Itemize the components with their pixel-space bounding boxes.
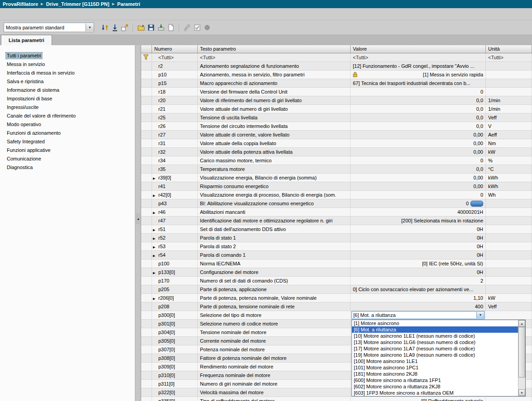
dropdown-option[interactable]: [17] Motore asincrono 1LA7 (nessun numer… [352,345,518,352]
expand-arrow-icon[interactable]: ▶ [153,295,158,302]
dropdown-option[interactable]: [19] Motore asincrono 1LA9 (nessun numer… [352,352,518,358]
motor-type-combobox[interactable]: [6] Mot. a riluttanza▼ [352,311,484,319]
filter-valore-cell[interactable]: <Tutti> [351,53,486,62]
compare-values-icon[interactable] [100,23,110,33]
tab-lista-parametri[interactable]: Lista parametri [1,35,52,45]
param-value-cell[interactable]: 0,0 [351,96,486,105]
table-row[interactable]: r27Valore attuale di corrente, valore li… [141,131,532,139]
scroll-thumb[interactable] [518,327,525,377]
breadcrumb-item[interactable]: Parametri [117,1,140,7]
dropdown-option[interactable]: [181] Motore asincrono 2KJ8 [352,371,518,377]
param-value-cell[interactable]: 0,0 [351,122,486,131]
sidebar-item[interactable]: Modo operativo [0,120,135,129]
dropdown-option[interactable]: [1] Motore asincrono [352,320,518,326]
table-row[interactable]: r2Azionamento segnalazione di funzioname… [141,62,532,71]
param-value-cell[interactable]: 0 [351,156,486,165]
scroll-down-button[interactable]: ▼ [518,389,525,396]
param-value-cell[interactable]: [1] Messa in servizio rapida [351,71,486,79]
filter-numero-cell[interactable]: <Tutti> [152,53,198,62]
dropdown-option[interactable]: [100] Motore asincrono 1LE1 [352,358,518,364]
table-row[interactable]: ▶r54Parola di comando 10H [141,251,532,259]
param-value-cell[interactable]: 0,0 [351,113,486,122]
param-value-cell[interactable]: 0,00 [351,139,486,148]
accept-icon[interactable] [192,23,202,33]
sidebar-item[interactable]: Ingressi/uscite [0,103,135,112]
expand-arrow-icon[interactable]: ▶ [153,175,158,182]
sidebar-item[interactable]: Safety Integrated [0,137,135,146]
dropdown-option[interactable]: [10] Motore asincrono 1LE1 (nessun numer… [352,333,518,339]
table-row[interactable]: p43BI: Abilitazione visualizzazione cons… [141,199,532,208]
table-row[interactable]: ▶r52Parola di stato 10H [141,234,532,242]
param-value-cell[interactable]: 40000201H [351,208,486,217]
sidebar-item[interactable]: Comunicazione [0,155,135,163]
chevron-down-icon[interactable]: ▼ [86,24,94,31]
sidebar-item[interactable]: Salva e ripristina [0,77,135,86]
dropdown-option[interactable]: [602] Motore sincrono a riluttanza 2KJ8 [352,383,518,390]
table-row[interactable]: ▶r42[0]Visualizzazione energia di proces… [141,191,532,199]
param-value-cell[interactable]: [0] IEC (rete 50Hz, unità SI) [351,259,486,268]
param-value-cell[interactable]: 0 [351,199,486,208]
breadcrumb-item[interactable]: Drive_Trimmer [G115D PN] [46,1,109,7]
dropdown-option[interactable]: [101] Motore asincrono 1PC1 [352,364,518,371]
sidebar-item[interactable]: Messa in servizio [0,60,135,69]
table-row[interactable]: r21Valore attuale del numero di giri liv… [141,105,532,113]
param-value-cell[interactable]: 0H [351,242,486,251]
expand-arrow-icon[interactable]: ▶ [153,235,158,242]
table-row[interactable]: ▶r46Abilitazioni mancanti40000201H [141,208,532,217]
param-value-cell[interactable]: 0,00 [351,174,486,182]
table-row[interactable]: p335[0]Tipo di raffreddamento del motore… [141,397,532,401]
dropdown-option[interactable]: [603] 1FP3 Motore sincrono a riluttanza … [352,390,518,396]
sidebar-item[interactable]: Canale del valore di riferimento [0,112,135,120]
export-icon[interactable] [120,23,130,33]
table-row[interactable]: r35Temperatura motore0,0°C [141,165,532,174]
dropdown-scrollbar[interactable]: ▲ ▼ [518,320,525,396]
combobox-dropdown-button[interactable]: ▼ [476,312,484,318]
param-value-cell[interactable]: 0,00 [351,148,486,156]
filter-testo-cell[interactable]: <Tutti> [198,53,351,62]
param-value-cell[interactable]: 0H [351,225,486,234]
table-row[interactable]: ▶r51Set di dati dell'azionamento DDS att… [141,225,532,234]
import-icon[interactable] [156,23,166,33]
table-row[interactable]: ▶r206[0]Parte di potenza, potenza nomina… [141,294,532,302]
dropdown-option[interactable]: [6] Mot. a riluttanza [352,326,518,333]
table-row[interactable]: p205Parte di potenza, applicazione0] Cic… [141,285,532,294]
sidebar-item[interactable]: Funzioni di azionamento [0,129,135,137]
table-row[interactable]: r41Risparmio consumo energetico0,00kWh [141,182,532,191]
param-value-cell[interactable]: 0H [351,268,486,277]
param-value-cell[interactable]: 0,0 [351,105,486,113]
param-value-cell[interactable]: 0H [351,234,486,242]
sidebar-item[interactable]: Tutti i parametri [0,52,135,60]
param-value-cell[interactable]: 1,10 [351,294,486,302]
header-numero[interactable]: Numero [152,45,198,53]
param-value-cell[interactable]: [200] Selezionata misura in rotazione [351,217,486,225]
table-row[interactable]: p170Numero di set di dati di comando (CD… [141,277,532,285]
dropdown-option[interactable]: [600] Motore sincrono a riluttanza 1FP1 [352,377,518,383]
record-icon[interactable] [202,23,212,33]
table-row[interactable]: p300[0]Selezione del tipo di motore[6] M… [141,311,532,320]
download-icon[interactable] [110,23,120,33]
table-row[interactable]: p15Macro apparecchio di azionamento67] T… [141,79,532,88]
table-row[interactable]: r18Versione del firmware della Control U… [141,88,532,96]
param-value-cell[interactable]: 400 [351,302,486,311]
table-row[interactable]: p100Norma IEC/NEMA[0] IEC (rete 50Hz, un… [141,259,532,268]
table-row[interactable]: r25Tensione di uscita livellata0,0Veff [141,113,532,122]
param-value-cell[interactable]: 0 [351,191,486,199]
edit-mode-icon[interactable] [182,23,192,33]
filter-unita-cell[interactable]: <Tutti> [486,53,532,62]
header-unita[interactable]: Unità [486,45,532,53]
expand-arrow-icon[interactable]: ▶ [153,269,158,277]
bico-connector-button[interactable] [470,201,483,207]
expand-arrow-icon[interactable]: ▶ [153,209,158,217]
breadcrumb-item[interactable]: ProvaRifilatore [3,1,38,7]
new-object-icon[interactable] [136,23,146,33]
table-row[interactable]: r26Tensione del circuito intermedio live… [141,122,532,131]
table-row[interactable]: ▶r39[0]Visualizzazione energia, Bilancio… [141,174,532,182]
table-row[interactable]: p208Parte di potenza, tensione nominale … [141,302,532,311]
param-value-cell[interactable]: 0,00 [351,131,486,139]
header-valore[interactable]: Valore [351,45,486,53]
sidebar-item[interactable]: Funzioni applicative [0,146,135,155]
header-testo-parametro[interactable]: Testo parametro [198,45,351,53]
param-value-cell[interactable]: 0H [351,251,486,259]
table-row[interactable]: r34Carico massimo motore, termico0% [141,156,532,165]
sidebar-item[interactable]: Impostazioni di base [0,94,135,103]
